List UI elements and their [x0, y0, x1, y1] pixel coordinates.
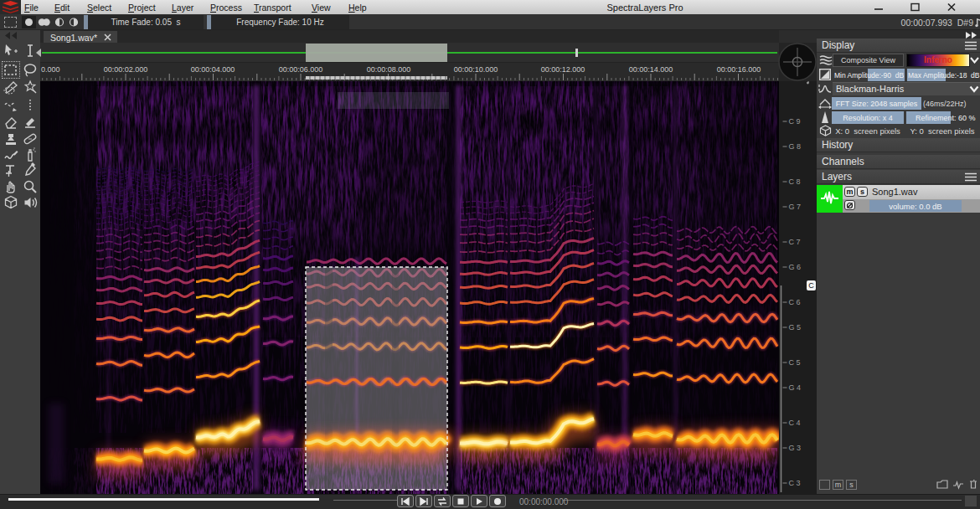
svg-text:C 8: C 8	[789, 177, 801, 186]
svg-text:C 6: C 6	[789, 298, 801, 306]
svg-text:G 3: G 3	[789, 444, 802, 452]
svg-text:C 4: C 4	[789, 419, 801, 427]
svg-text:G 7: G 7	[789, 203, 802, 211]
svg-text:C 3: C 3	[789, 479, 801, 487]
svg-text:G 6: G 6	[789, 263, 802, 271]
svg-text:C 7: C 7	[789, 238, 801, 246]
svg-text:C 9: C 9	[789, 117, 801, 126]
svg-text:G 5: G 5	[789, 323, 802, 332]
svg-text:G 8: G 8	[789, 142, 802, 151]
svg-text:C 5: C 5	[789, 358, 801, 367]
svg-text:G 4: G 4	[789, 383, 802, 392]
